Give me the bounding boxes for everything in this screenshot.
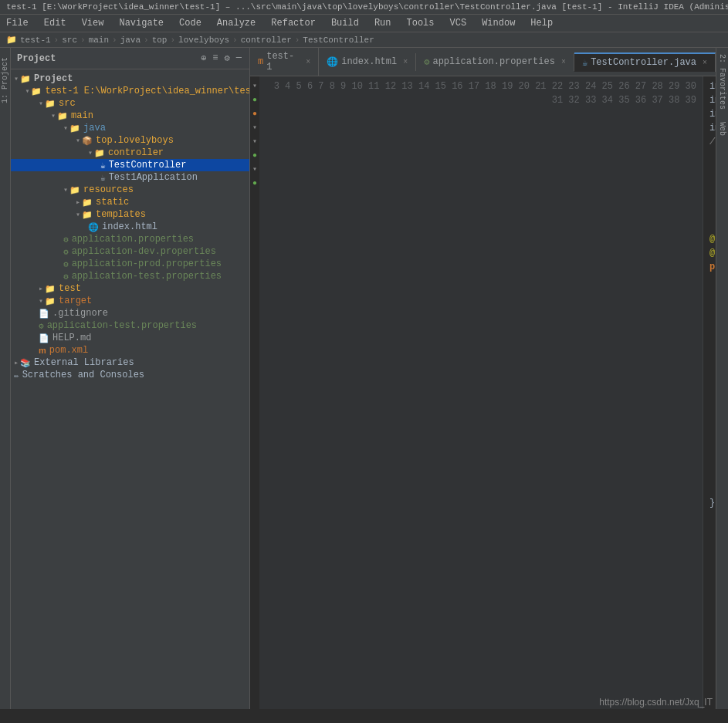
tree-item[interactable]: ▾📁java xyxy=(11,122,249,134)
tree-item-label: TestController xyxy=(109,160,187,171)
editor-tab[interactable]: m test-1 × xyxy=(250,48,319,76)
menu-item-tools[interactable]: Tools xyxy=(404,16,438,30)
breadcrumb-item[interactable]: top xyxy=(152,35,168,45)
menu-item-view[interactable]: View xyxy=(79,16,107,30)
editor-tab[interactable]: ☕ TestController.java × xyxy=(574,52,716,72)
right-sidebar-tabs: 2: Favorites Web xyxy=(716,48,728,709)
fold-marker[interactable]: ▾ xyxy=(252,82,257,90)
tree-item-label: Scratches and Consoles xyxy=(22,370,144,380)
tree-item[interactable]: ▸📚External Libraries xyxy=(11,356,249,369)
menu-item-vcs[interactable]: VCS xyxy=(447,16,470,30)
menu-item-edit[interactable]: Edit xyxy=(41,16,69,30)
layout-icon[interactable]: ≡ xyxy=(211,51,219,66)
module-icon: 📁 xyxy=(31,86,42,96)
breadcrumb-item[interactable]: controller xyxy=(241,35,292,45)
tab-close-button[interactable]: × xyxy=(703,59,707,67)
breadcrumb-item[interactable]: java xyxy=(120,35,141,45)
tab-label: application.properties xyxy=(432,56,554,67)
breadcrumb-separator: › xyxy=(144,35,149,45)
breadcrumb-item[interactable]: TestController xyxy=(303,35,374,45)
tree-item-label: pom.xml xyxy=(49,345,88,356)
tree-item-label: test-1 E:\WorkProject\idea_winner\test-1 xyxy=(45,86,249,96)
tree-item[interactable]: ⚙application.properties xyxy=(11,233,249,245)
tree-item[interactable]: ☕TestController xyxy=(11,159,249,171)
tree-item[interactable]: ▾📁controller xyxy=(11,147,249,159)
menu-item-refactor[interactable]: Refactor xyxy=(268,16,319,30)
menu-item-build[interactable]: Build xyxy=(328,16,362,30)
tab-close-button[interactable]: × xyxy=(403,58,408,66)
tab-close-button[interactable]: × xyxy=(561,58,566,66)
run-icon[interactable]: ● xyxy=(252,179,257,188)
pkg-icon: 📦 xyxy=(82,136,93,146)
menu-item-code[interactable]: Code xyxy=(176,16,205,30)
editor-tab[interactable]: 🌐 index.html × xyxy=(319,53,416,71)
menu-item-file[interactable]: File xyxy=(3,16,32,30)
tree-item[interactable]: ▾📁main xyxy=(11,110,249,122)
git-icon: 📄 xyxy=(39,309,49,319)
menu-item-navigate[interactable]: Navigate xyxy=(116,16,167,30)
editor-tab[interactable]: ⚙ application.properties × xyxy=(416,53,574,71)
tree-item[interactable]: ▾📦top.lovelyboys xyxy=(11,134,249,147)
tree-item[interactable]: ▾📁src xyxy=(11,97,249,110)
add-icon[interactable]: ⊕ xyxy=(199,51,208,66)
tree-item[interactable]: ▸📁static xyxy=(11,196,249,208)
tree-item[interactable]: ⚙application-test.properties xyxy=(11,270,249,282)
run-icon[interactable]: ● xyxy=(252,96,257,104)
tree-item[interactable]: mpom.xml xyxy=(11,344,249,356)
tab-icon: ⚙ xyxy=(424,56,429,68)
tab-label: TestController.java xyxy=(591,57,696,68)
tree-item[interactable]: ⚙application-test.properties xyxy=(11,319,249,332)
title-bar: test-1 [E:\WorkProject\idea_winner\test-… xyxy=(0,0,728,15)
breadcrumb-separator: › xyxy=(295,35,300,45)
breadcrumb-item[interactable]: lovelyboys xyxy=(178,35,229,45)
title-text: test-1 [E:\WorkProject\idea_winner\test-… xyxy=(6,2,728,12)
run-icon[interactable]: ● xyxy=(252,151,257,160)
tree-item[interactable]: ⚙application-prod.properties xyxy=(11,258,249,270)
code-editor: ▾ ● ● ▾ ▾ ● ▾ ● 3 4 5 6 7 8 9 10 11 12 1… xyxy=(250,76,716,709)
tree-item[interactable]: ☕Test1Application xyxy=(11,171,249,184)
project-tab[interactable]: 1: Project xyxy=(0,51,11,110)
tab-close-button[interactable]: × xyxy=(306,58,310,66)
tree-item[interactable]: ▾📁Project xyxy=(11,73,249,85)
tree-item[interactable]: ▾📁templates xyxy=(11,208,249,221)
web-tab[interactable]: Web xyxy=(716,116,728,142)
run-icon[interactable]: ● xyxy=(252,110,257,118)
code-content[interactable]: import org.springframework.stereotype.Co… xyxy=(703,76,716,709)
settings-icon[interactable]: ⚙ xyxy=(223,51,232,66)
extlib-icon: 📚 xyxy=(20,358,31,368)
breadcrumb-item[interactable]: test-1 xyxy=(20,35,51,45)
menu-item-run[interactable]: Run xyxy=(371,16,394,30)
tree-item[interactable]: ⚙application-dev.properties xyxy=(11,245,249,258)
tree-item-label: application-test.properties xyxy=(72,271,222,282)
project-label: Project xyxy=(17,53,56,64)
tree-item-label: static xyxy=(96,197,129,208)
tree-item[interactable]: 🌐index.html xyxy=(11,221,249,233)
line-numbers: 3 4 5 6 7 8 9 10 11 12 13 14 15 16 17 18… xyxy=(259,76,703,709)
minimize-icon[interactable]: — xyxy=(235,51,243,66)
tree-item-label: application-dev.properties xyxy=(72,246,216,257)
breadcrumb-item[interactable]: src xyxy=(62,35,77,45)
tree-item[interactable]: 📄HELP.md xyxy=(11,332,249,344)
tree-item[interactable]: 📄.gitignore xyxy=(11,307,249,319)
breadcrumb-item[interactable]: main xyxy=(89,35,109,45)
tree-item-label: main xyxy=(71,110,93,121)
favorites-tab[interactable]: 2: Favorites xyxy=(716,48,728,116)
menu-item-analyze[interactable]: Analyze xyxy=(214,16,259,30)
tree-item-label: .gitignore xyxy=(52,308,108,319)
fold-marker[interactable]: ▾ xyxy=(252,123,257,132)
md-icon: 📄 xyxy=(39,333,49,343)
tree-item[interactable]: ▾📁test-1 E:\WorkProject\idea_winner\test… xyxy=(11,85,249,97)
tab-icon: ☕ xyxy=(582,57,587,69)
tree-item-label: test xyxy=(59,283,81,294)
menu-item-window[interactable]: Window xyxy=(479,16,518,30)
folder-icon: 📁 xyxy=(94,148,105,158)
tree-item[interactable]: ▾📁target xyxy=(11,295,249,307)
tree-item[interactable]: ▸📁test xyxy=(11,282,249,295)
scratch-icon: ✏ xyxy=(14,370,19,380)
fold-marker[interactable]: ▾ xyxy=(252,165,257,174)
tree-item-label: HELP.md xyxy=(52,333,91,343)
menu-item-help[interactable]: Help xyxy=(527,16,556,30)
fold-marker[interactable]: ▾ xyxy=(252,137,257,146)
tree-item[interactable]: ✏Scratches and Consoles xyxy=(11,369,249,381)
tree-item[interactable]: ▾📁resources xyxy=(11,184,249,196)
